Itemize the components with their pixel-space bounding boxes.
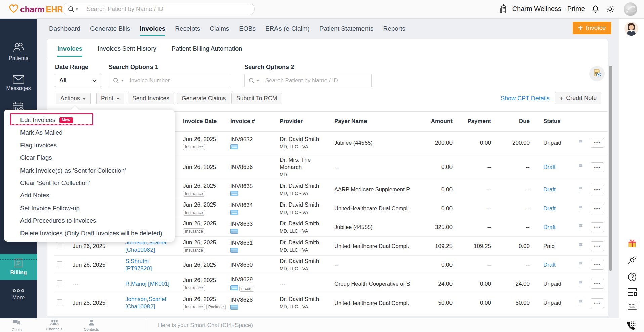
menu-item-mark-as-mailed[interactable]: Mark As Mailed — [4, 126, 175, 139]
patient-link[interactable]: S,Shruthi [PT97520] — [122, 258, 179, 272]
flag-cell — [575, 280, 588, 288]
menu-item-set-invoice-follow-up[interactable]: Set Invoice Follow-up — [4, 202, 175, 214]
actions-button[interactable]: Actions — [56, 93, 91, 104]
invoice-number[interactable]: INV8632 — [230, 136, 278, 143]
menu-item-clear-flags[interactable]: Clear Flags — [4, 151, 175, 164]
chatbar-item-channels[interactable]: Channels — [40, 319, 69, 331]
invoice-number[interactable]: INV8631 — [230, 239, 278, 246]
assistant-avatar[interactable] — [624, 22, 638, 36]
invoice-number-input[interactable] — [109, 74, 230, 87]
row-checkbox[interactable] — [57, 299, 62, 305]
subtab-patient-billing-automation[interactable]: Patient Billing Automation — [172, 39, 242, 58]
invoice-number[interactable]: INV8633 — [230, 221, 278, 227]
row-more-actions-button[interactable]: ••• — [591, 185, 604, 194]
row-actions-cell: ••• — [588, 279, 608, 289]
settings-gear-icon[interactable] — [606, 5, 614, 15]
tab-eras-e-claim-[interactable]: ERAs (e-Claim) — [265, 19, 310, 39]
invoice-number[interactable]: INV8630 — [230, 262, 278, 268]
smart-chat-bar: ChatsChannelsContacts Here is your Smart… — [0, 318, 644, 332]
subtab-invoices[interactable]: Invoices — [57, 39, 82, 58]
help-icon[interactable] — [628, 272, 636, 281]
row-more-actions-button[interactable]: ••• — [591, 204, 604, 213]
tab-generate-bills[interactable]: Generate Bills — [90, 19, 130, 39]
row-more-actions-button[interactable]: ••• — [591, 241, 604, 251]
notifications-bell-icon[interactable] — [591, 5, 600, 15]
patient-search-input[interactable] — [245, 74, 371, 87]
smart-chat-input[interactable]: Here is your Smart Chat (Ctrl+Space) — [158, 318, 253, 332]
invoice-number[interactable]: INV8635 — [230, 183, 278, 190]
invoice-view-settings-button[interactable] — [589, 66, 605, 81]
tab-reports[interactable]: Reports — [383, 19, 405, 39]
tab-patient-statements[interactable]: Patient Statements — [319, 19, 374, 39]
date-range-select[interactable]: All — [55, 74, 101, 87]
send-invoices-button[interactable]: Send Invoices — [128, 93, 174, 104]
menu-item-add-procedures-to-invoices[interactable]: Add Procedures to Invoices — [4, 214, 175, 227]
row-checkbox[interactable] — [57, 243, 62, 248]
chatbar-item-chats[interactable]: Chats — [3, 319, 31, 332]
row-more-actions-button[interactable]: ••• — [591, 222, 604, 232]
chatbar-item-contacts[interactable]: Contacts — [77, 319, 105, 331]
print-button[interactable]: Print — [96, 93, 124, 104]
invoice-number[interactable]: INV8636 — [230, 164, 278, 171]
global-search-input[interactable] — [62, 3, 254, 15]
flag-icon[interactable] — [577, 280, 584, 288]
sidebar-item-billing[interactable]: Billing — [0, 254, 37, 280]
row-more-actions-button[interactable]: ••• — [591, 298, 604, 308]
flag-icon[interactable] — [577, 139, 584, 147]
tab-receipts[interactable]: Receipts — [175, 19, 200, 39]
menu-item-add-notes[interactable]: Add Notes — [4, 189, 175, 201]
practice-name[interactable]: Charm Wellness - Prime — [512, 5, 585, 13]
date-range-label: Date Range — [55, 64, 88, 71]
flag-icon[interactable] — [577, 205, 584, 213]
plug-icon[interactable] — [628, 256, 636, 264]
patient-link[interactable]: Smith,Rohith — [122, 316, 179, 317]
row-checkbox[interactable] — [57, 261, 62, 267]
menu-item-edit-invoices[interactable]: Edit InvoicesNew — [4, 114, 175, 126]
flag-icon[interactable] — [577, 163, 584, 171]
new-invoice-button[interactable]: + Invoice — [573, 22, 611, 34]
flag-icon[interactable] — [577, 223, 584, 231]
layout-icon[interactable] — [628, 288, 636, 297]
patient-link[interactable]: R,Manoj [MK001] — [122, 280, 179, 288]
menu-item-delete-invoices-only-draft-invoices-will[interactable]: Delete Invoices (Only Draft Invoices wil… — [4, 227, 175, 239]
row-more-actions-button[interactable]: ••• — [591, 260, 604, 270]
menu-item-mark-invoice-s-as-sent-for-collection-[interactable]: Mark Invoice(s) as 'Sent for Collection' — [4, 164, 175, 177]
menu-item-clear-sent-for-collection-[interactable]: Clear 'Sent for Collection' — [4, 177, 175, 189]
show-cpt-details-link[interactable]: Show CPT Details — [501, 93, 550, 104]
patient-link[interactable]: Johnson,Scarlet [Cha10082] — [122, 296, 179, 310]
charmehr-logo[interactable]: charmEHR — [9, 4, 63, 15]
row-checkbox[interactable] — [57, 280, 62, 286]
row-more-actions-button[interactable]: ••• — [591, 138, 604, 148]
tab-claims[interactable]: Claims — [210, 19, 229, 39]
row-more-actions-button[interactable]: ••• — [591, 162, 604, 172]
tab-dashboard[interactable]: Dashboard — [49, 19, 80, 39]
user-avatar[interactable] — [624, 2, 637, 16]
row-more-actions-button[interactable]: ••• — [591, 279, 604, 289]
amount-cell: 200.00 — [410, 140, 454, 146]
global-patient-search[interactable]: ▾ — [62, 3, 255, 15]
sidebar-item-messages[interactable]: Messages — [0, 72, 37, 91]
flag-icon[interactable] — [577, 186, 584, 194]
dialer-icon[interactable] — [626, 321, 636, 331]
invoice-number-search[interactable]: ▾ — [109, 74, 230, 87]
invoice-number[interactable]: INV8634 — [230, 202, 278, 209]
flag-icon[interactable] — [577, 299, 584, 307]
gift-icon[interactable] — [628, 239, 636, 248]
tab-invoices[interactable]: Invoices — [140, 19, 165, 39]
flag-icon[interactable] — [577, 242, 584, 250]
menu-item-flag-invoices[interactable]: Flag Invoices — [4, 139, 175, 151]
sidebar-item-patients[interactable]: Patients — [0, 41, 37, 61]
flag-icon[interactable] — [577, 261, 584, 269]
subtab-invoices-sent-history[interactable]: Invoices Sent History — [98, 39, 156, 58]
submit-to-rcm-button[interactable]: Submit To RCM — [231, 93, 282, 104]
sidebar-item-more[interactable]: More — [0, 281, 37, 301]
tab-eobs[interactable]: EOBs — [239, 19, 256, 39]
invoice-number[interactable]: INV8629 — [230, 276, 278, 283]
invoice-number[interactable]: INV8628 — [230, 297, 278, 303]
generate-claims-button[interactable]: Generate Claims — [177, 93, 230, 104]
patient-search[interactable]: ▾ — [244, 74, 372, 87]
status-badge: Draft — [531, 205, 575, 212]
vertical-scrollbar[interactable] — [609, 66, 612, 271]
keyboard-icon[interactable] — [628, 303, 636, 311]
add-credit-note-button[interactable]: + Credit Note — [555, 92, 601, 104]
